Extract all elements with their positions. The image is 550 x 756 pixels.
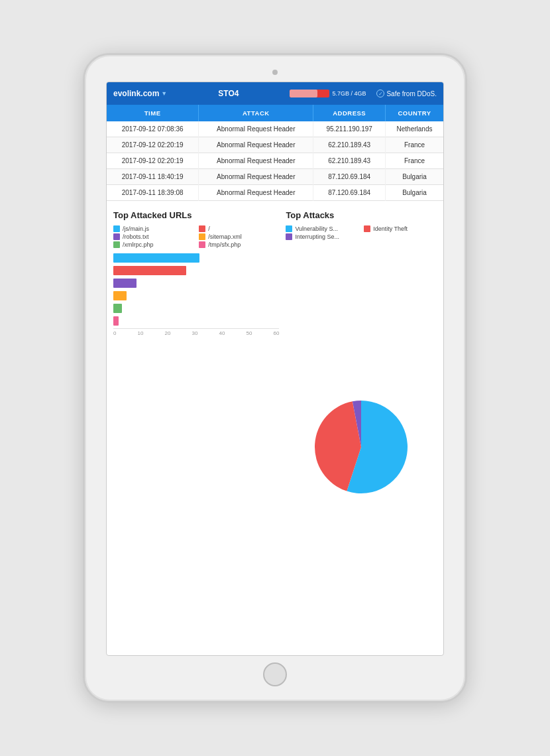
col-time: TIME bbox=[107, 105, 199, 121]
legend-dot bbox=[286, 225, 292, 232]
bar-fill bbox=[113, 266, 186, 275]
safe-icon: ✓ bbox=[376, 90, 384, 97]
cell-time: 2017-09-12 02:20:19 bbox=[107, 153, 199, 169]
attacks-chart-title: Top Attacks bbox=[286, 210, 437, 220]
site-selector[interactable]: evolink.com ▼ bbox=[113, 89, 167, 98]
bar-axis: 0102030405060 bbox=[113, 328, 279, 336]
col-attack: ATTACK bbox=[199, 105, 313, 121]
bandwidth-bar-fill bbox=[290, 90, 317, 97]
cell-time: 2017-09-12 07:08:36 bbox=[107, 121, 199, 137]
table-row: 2017-09-12 07:08:36Abnormal Request Head… bbox=[107, 121, 443, 137]
bar-row bbox=[113, 253, 279, 263]
axis-label: 0 bbox=[113, 330, 116, 336]
cell-country: Netherlands bbox=[386, 121, 444, 137]
screen-content: TIME ATTACK ADDRESS COUNTRY 2017-09-12 0… bbox=[107, 105, 443, 655]
axis-label: 50 bbox=[246, 330, 252, 336]
cell-address: 87.120.69.184 bbox=[313, 185, 386, 201]
bar-fill bbox=[113, 279, 137, 288]
axis-label: 30 bbox=[192, 330, 198, 336]
axis-label: 40 bbox=[219, 330, 225, 336]
legend-item: Interrupting Se... bbox=[286, 233, 358, 240]
legend-label: /xmlrpc.php bbox=[123, 241, 154, 248]
legend-dot bbox=[113, 233, 120, 240]
bar-chart-area: 0102030405060 bbox=[113, 253, 279, 649]
axis-label: 60 bbox=[273, 330, 279, 336]
cell-attack: Abnormal Request Header bbox=[199, 153, 313, 169]
attacks-chart: Top Attacks Vulnerability S...Identity T… bbox=[286, 210, 437, 649]
legend-dot bbox=[199, 241, 205, 248]
legend-label: /js/main.js bbox=[123, 225, 149, 232]
bar-fill bbox=[113, 316, 119, 326]
charts-section: Top Attacked URLs /js/main.js//robots.tx… bbox=[107, 201, 443, 655]
cell-attack: Abnormal Request Header bbox=[199, 169, 313, 185]
axis-label: 20 bbox=[165, 330, 171, 336]
cell-country: Bulgaria bbox=[386, 169, 444, 185]
cell-country: France bbox=[386, 153, 444, 169]
table-row: 2017-09-12 02:20:19Abnormal Request Head… bbox=[107, 153, 443, 169]
legend-item: /sitemap.xml bbox=[199, 233, 279, 240]
legend-label: /robots.txt bbox=[123, 233, 149, 240]
url-legend: /js/main.js//robots.txt/sitemap.xml/xmlr… bbox=[113, 225, 279, 248]
cell-country: France bbox=[386, 137, 444, 153]
bar-fill bbox=[113, 291, 127, 300]
cell-attack: Abnormal Request Header bbox=[199, 137, 313, 153]
tablet-screen: evolink.com ▼ STO4 5.7GB / 4GB ✓ Safe fr… bbox=[106, 82, 444, 656]
tablet-device: evolink.com ▼ STO4 5.7GB / 4GB ✓ Safe fr… bbox=[83, 53, 467, 703]
legend-dot bbox=[113, 241, 120, 248]
bar-row bbox=[113, 316, 279, 326]
site-caret: ▼ bbox=[161, 90, 167, 97]
axis-label: 10 bbox=[138, 330, 144, 336]
bar-fill bbox=[113, 304, 122, 313]
attacks-legend: Vulnerability S...Identity TheftInterrup… bbox=[286, 225, 437, 240]
legend-label: / bbox=[208, 225, 210, 232]
bandwidth-label: 5.7GB / 4GB bbox=[332, 90, 366, 97]
bar-row bbox=[113, 304, 279, 313]
tablet-camera bbox=[272, 70, 278, 75]
table-row: 2017-09-11 18:40:19Abnormal Request Head… bbox=[107, 169, 443, 185]
cell-time: 2017-09-12 02:20:19 bbox=[107, 137, 199, 153]
bar-row bbox=[113, 266, 279, 275]
header-bar: evolink.com ▼ STO4 5.7GB / 4GB ✓ Safe fr… bbox=[107, 82, 443, 105]
cell-address: 95.211.190.197 bbox=[313, 121, 386, 137]
bar-fill bbox=[113, 253, 199, 263]
cell-time: 2017-09-11 18:39:08 bbox=[107, 185, 199, 201]
legend-item: /tmp/sfx.php bbox=[199, 241, 279, 248]
bandwidth-indicator: 5.7GB / 4GB bbox=[290, 90, 366, 97]
bandwidth-bar-bg bbox=[290, 90, 329, 97]
server-label: STO4 bbox=[178, 89, 279, 98]
pie-container bbox=[286, 245, 437, 649]
col-address: ADDRESS bbox=[313, 105, 386, 121]
legend-dot bbox=[113, 225, 120, 232]
legend-item: /robots.txt bbox=[113, 233, 193, 240]
url-chart: Top Attacked URLs /js/main.js//robots.tx… bbox=[113, 210, 279, 649]
legend-dot bbox=[199, 225, 205, 232]
cell-country: Bulgaria bbox=[386, 185, 444, 201]
pie-chart bbox=[308, 394, 414, 500]
legend-label: Interrupting Se... bbox=[295, 233, 339, 240]
site-name: evolink.com bbox=[113, 89, 159, 98]
legend-item: Identity Theft bbox=[364, 225, 437, 232]
cell-attack: Abnormal Request Header bbox=[199, 121, 313, 137]
legend-label: /tmp/sfx.php bbox=[208, 241, 241, 248]
legend-dot bbox=[364, 225, 370, 232]
bar-row bbox=[113, 279, 279, 288]
safe-text: Safe from DDoS. bbox=[386, 90, 437, 97]
legend-item: /js/main.js bbox=[113, 225, 193, 232]
attack-table: TIME ATTACK ADDRESS COUNTRY 2017-09-12 0… bbox=[107, 105, 443, 201]
legend-label: Vulnerability S... bbox=[295, 225, 338, 232]
legend-item: Vulnerability S... bbox=[286, 225, 358, 232]
home-button[interactable] bbox=[263, 662, 287, 686]
bar-row bbox=[113, 291, 279, 300]
url-chart-title: Top Attacked URLs bbox=[113, 210, 279, 220]
safe-status: ✓ Safe from DDoS. bbox=[376, 90, 437, 97]
legend-item: / bbox=[199, 225, 279, 232]
col-country: COUNTRY bbox=[386, 105, 444, 121]
cell-address: 87.120.69.184 bbox=[313, 169, 386, 185]
cell-address: 62.210.189.43 bbox=[313, 153, 386, 169]
table-row: 2017-09-12 02:20:19Abnormal Request Head… bbox=[107, 137, 443, 153]
cell-address: 62.210.189.43 bbox=[313, 137, 386, 153]
cell-time: 2017-09-11 18:40:19 bbox=[107, 169, 199, 185]
cell-attack: Abnormal Request Header bbox=[199, 185, 313, 201]
legend-label: Identity Theft bbox=[373, 225, 408, 232]
legend-label: /sitemap.xml bbox=[208, 233, 242, 240]
